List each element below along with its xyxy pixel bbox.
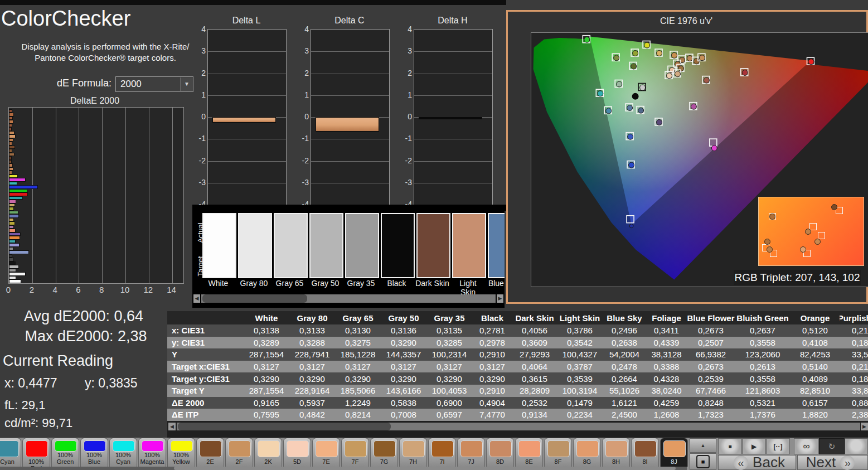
patch-tab-7H[interactable]: 7H: [399, 438, 427, 467]
table-cell: 0,3127: [289, 361, 335, 373]
table-cell: 0,3787: [557, 361, 603, 373]
window-mode-button[interactable]: ■: [690, 453, 716, 470]
cie-zoom-inset: [758, 197, 864, 266]
patch-tab-swatch: [171, 440, 193, 452]
patch-tab-7F[interactable]: 7F: [341, 438, 369, 467]
table-cell: 0,3130: [335, 324, 381, 337]
table-header-cell: Gray 50: [381, 311, 426, 324]
patch-tab-2F[interactable]: 2F: [225, 438, 253, 467]
patch-tab-100Red[interactable]: 100% Red: [22, 438, 50, 467]
table-row: ΔE 20000,91650,59371,22490,58380,69000,4…: [167, 397, 868, 409]
patch-tab-100Cyan[interactable]: 100% Cyan: [109, 438, 137, 467]
gridline: [79, 108, 79, 283]
patch-tab-7J[interactable]: 7J: [457, 438, 485, 467]
patch-tab-100Green[interactable]: 100% Green: [51, 438, 79, 467]
de-formula-dropdown[interactable]: 2000 ▼: [115, 76, 193, 92]
tabs-scrollbar[interactable]: [0, 467, 687, 470]
patch-tab-2E[interactable]: 2E: [196, 438, 224, 467]
gridline: [414, 74, 492, 74]
patch-tab-100Magenta[interactable]: 100% Magenta: [138, 438, 166, 467]
table-header-cell: Gray 65: [335, 311, 381, 324]
table-scroll-right-icon[interactable]: ▶: [861, 423, 868, 430]
inset-measured-point: [805, 229, 811, 235]
table-cell: 0,2673: [687, 361, 735, 373]
inset-measured-point: [767, 246, 773, 253]
table-row-label: Target Y: [167, 385, 244, 397]
patch-tab-5D[interactable]: 5D: [283, 438, 311, 467]
cie-measured-point: [638, 108, 644, 113]
patch-tab-swatch: [113, 440, 135, 452]
swatch-scrollbar[interactable]: [201, 294, 496, 303]
table-cell: 1,2249: [335, 397, 381, 409]
patch-tab-swatch: [634, 440, 657, 457]
patch-tab-8D[interactable]: 8D: [486, 438, 514, 467]
patch-tab-8G[interactable]: 8G: [573, 438, 601, 467]
table-header-cell: Light Skin: [557, 311, 603, 324]
table-header-cell: Blue Flower: [687, 311, 735, 324]
table-cell: 38,3128: [646, 348, 687, 361]
swatch-scrollbar-thumb[interactable]: [202, 294, 307, 303]
patch-swatch-label: White: [201, 279, 235, 288]
patch-swatch: [238, 213, 272, 278]
tab-scroll-up-button[interactable]: ▲: [690, 438, 716, 453]
table-cell: 0,3786: [557, 324, 603, 337]
table-header-cell: Black: [472, 311, 512, 324]
x-tick-label: 6: [71, 285, 85, 294]
bottom-bar: Cyan100% Red100% Green100% Blue100% Cyan…: [0, 438, 868, 470]
series-button[interactable]: [··]: [766, 438, 790, 454]
patch-tab-8H[interactable]: 8H: [602, 438, 630, 467]
table-scrollbar-thumb[interactable]: [178, 423, 391, 430]
patch-tab-2K[interactable]: 2K: [254, 438, 282, 467]
blank-button[interactable]: [845, 438, 868, 454]
table-cell: 0,3290: [472, 372, 512, 385]
play-button[interactable]: ▶: [742, 438, 766, 454]
table-scrollbar[interactable]: [177, 423, 860, 430]
patch-tab-swatch: [316, 440, 338, 457]
cie-measured-point: [640, 85, 646, 90]
table-cell: 0,5838: [381, 397, 426, 409]
table-cell: 0,3289: [244, 337, 289, 349]
scroll-left-icon[interactable]: ◀: [193, 294, 200, 303]
table-cell: 228,7941: [289, 348, 335, 361]
refresh-button[interactable]: ↻: [819, 438, 845, 454]
scroll-right-icon[interactable]: ▶: [497, 294, 503, 303]
table-cell: 0,2127: [840, 361, 868, 373]
patch-tab-label: 7E: [313, 458, 340, 465]
next-button[interactable]: Next »: [797, 455, 868, 470]
patch-tab-7G[interactable]: 7G: [370, 438, 398, 467]
y-tick-label: 2: [192, 69, 206, 77]
patch-tab-Cyan[interactable]: Cyan: [0, 438, 21, 467]
delta-lch-charts: Delta L43210-1-2-3-4Delta C43210-1-2-3-4…: [192, 14, 506, 211]
patch-tab-8J[interactable]: 8J: [660, 438, 688, 467]
table-cell: 0,3290: [244, 372, 289, 385]
stop-button[interactable]: ■: [718, 438, 742, 454]
patch-tab-8F[interactable]: 8F: [544, 438, 572, 467]
patch-tab-100Yellow[interactable]: 100% Yellow: [167, 438, 195, 467]
patch-tab-swatch: [460, 440, 483, 457]
table-cell: 0,4842: [289, 409, 335, 421]
patch-tab-8I[interactable]: 8I: [631, 438, 659, 467]
table-cell: 0,8248: [687, 397, 735, 409]
table-cell: 0,3285: [426, 337, 472, 349]
table-cell: 66,9382: [687, 348, 735, 361]
x-tick-label: 8: [95, 285, 108, 294]
patch-tab-7I[interactable]: 7I: [428, 438, 456, 467]
table-cell: 0,2910: [472, 348, 512, 361]
table-header-cell: Dark Skin: [512, 311, 557, 324]
table-cell: 0,3558: [735, 337, 791, 349]
back-button[interactable]: « Back: [718, 455, 796, 470]
table-cell: 0,2638: [603, 337, 646, 349]
patch-tab-8E[interactable]: 8E: [515, 438, 543, 467]
window-square-icon: ■: [696, 455, 710, 468]
tabs-scrollbar-thumb[interactable]: [174, 467, 676, 470]
chevron-down-icon[interactable]: ▼: [180, 77, 193, 91]
continuous-button[interactable]: ∞: [794, 438, 819, 454]
patch-swatch-label: Blue Sky: [487, 279, 505, 288]
table-cell: 2,4500: [603, 409, 646, 421]
patch-tab-7E[interactable]: 7E: [312, 438, 340, 467]
patch-tab-label: 100% Green: [52, 452, 79, 465]
table-scroll-left-icon[interactable]: ◀: [168, 423, 176, 430]
table-header-cell: Orange: [791, 311, 840, 324]
table-cell: 0,3290: [426, 372, 472, 385]
patch-tab-100Blue[interactable]: 100% Blue: [80, 438, 108, 467]
